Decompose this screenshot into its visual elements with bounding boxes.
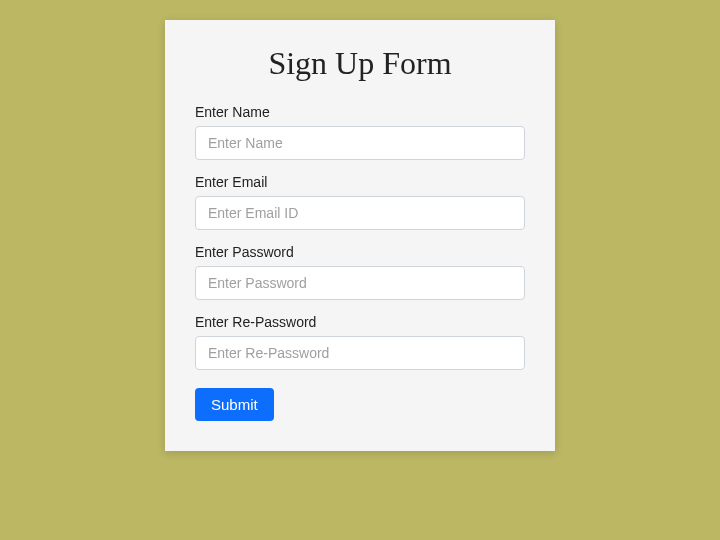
form-group-repassword: Enter Re-Password	[195, 314, 525, 370]
submit-button[interactable]: Submit	[195, 388, 274, 421]
form-group-email: Enter Email	[195, 174, 525, 230]
repassword-label: Enter Re-Password	[195, 314, 525, 330]
password-label: Enter Password	[195, 244, 525, 260]
form-group-password: Enter Password	[195, 244, 525, 300]
form-title: Sign Up Form	[195, 45, 525, 82]
password-input[interactable]	[195, 266, 525, 300]
name-label: Enter Name	[195, 104, 525, 120]
signup-card: Sign Up Form Enter Name Enter Email Ente…	[165, 20, 555, 451]
name-input[interactable]	[195, 126, 525, 160]
email-input[interactable]	[195, 196, 525, 230]
email-label: Enter Email	[195, 174, 525, 190]
repassword-input[interactable]	[195, 336, 525, 370]
form-group-name: Enter Name	[195, 104, 525, 160]
